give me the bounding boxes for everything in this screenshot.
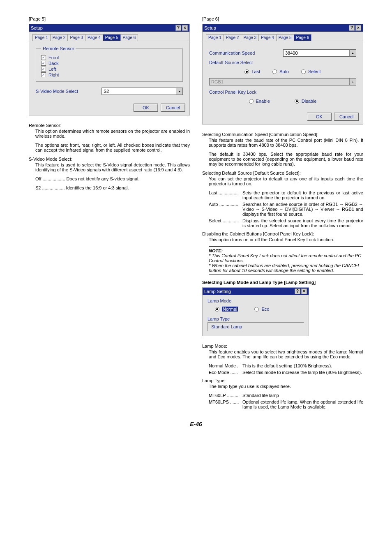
commspeed-label: Communication Speed — [209, 51, 283, 55]
def-desc: This is the default setting (100% Bright… — [242, 363, 363, 368]
def-desc: Searches for an active source in order o… — [242, 202, 363, 217]
para: This feature enables you to select two b… — [209, 349, 363, 359]
heading-defsrc: Selecting Default Source [Default Source… — [202, 171, 363, 175]
tab-page6[interactable]: Page 6 — [120, 34, 138, 41]
tab-page3[interactable]: Page 3 — [241, 34, 259, 41]
dialog-title: Setup — [204, 25, 216, 30]
page5-label: [Page 5] — [29, 16, 190, 21]
source-select: RGB1 ▸ — [209, 78, 356, 85]
tab-page6[interactable]: Page 6 — [294, 34, 312, 41]
defsrc-label: Default Source Select — [209, 60, 356, 65]
para: The options are: front, rear, right, or … — [35, 143, 190, 152]
tabs: Page 1 Page 2 Page 3 Page 4 Page 5 Page … — [29, 32, 189, 41]
note-title: NOTE: — [209, 248, 363, 253]
def-term: MT60LPS ....... — [209, 399, 242, 409]
note-line: * When the cabinet buttons are disabled,… — [209, 263, 363, 273]
cancel-button[interactable]: Cancel — [161, 104, 185, 112]
setup-page5-dialog: Setup ? × Page 1 Page 2 Page 3 Page 4 Pa… — [29, 24, 190, 115]
close-icon[interactable]: × — [182, 25, 188, 31]
tab-page3[interactable]: Page 3 — [67, 34, 85, 41]
para: This option determines which remote sens… — [35, 129, 190, 138]
def-s2: S2 .................. Identifies the 16:… — [35, 185, 190, 190]
radio-enable[interactable] — [249, 99, 254, 104]
para: The lamp type you use is displayed here. — [209, 384, 363, 389]
checkbox-front[interactable]: ✓ — [41, 55, 46, 60]
commspeed-select[interactable]: 38400 ▸ — [283, 49, 356, 57]
tab-page4[interactable]: Page 4 — [85, 34, 103, 41]
titlebar: Setup ? × — [29, 24, 189, 32]
remote-sensor-fieldset: Remote Sensor ✓Front ✓Back ✓Left ✓Right — [36, 46, 183, 82]
panel-lock-label: Control Panel Key Lock — [209, 90, 356, 95]
lampmode-label: Lamp Mode — [208, 298, 304, 303]
lamp-setting-dialog: Lamp Setting ? × Lamp Mode Normal Eco La… — [202, 287, 309, 336]
ok-button[interactable]: OK — [307, 113, 332, 121]
checkbox-back-label: Back — [48, 61, 58, 66]
page-number: E-46 — [29, 421, 363, 427]
def-off: Off .................. Does not identify… — [35, 176, 190, 181]
svideo-select[interactable]: S2 ▸ — [101, 88, 183, 95]
help-icon[interactable]: ? — [295, 289, 300, 294]
checkbox-left[interactable]: ✓ — [41, 67, 46, 72]
tabs: Page 1 Page 2 Page 3 Page 4 Page 5 Page … — [203, 32, 363, 41]
fieldset-legend: Remote Sensor — [41, 46, 76, 51]
close-icon[interactable]: × — [355, 25, 361, 31]
checkbox-back[interactable]: ✓ — [41, 61, 46, 66]
heading-lamptype: Lamp Type: — [202, 378, 363, 383]
svideo-value: S2 — [104, 89, 109, 94]
def-term: Last ................ — [209, 190, 242, 200]
chevron-down-icon: ▸ — [349, 78, 356, 85]
para: This feature is used to select the S-Vid… — [35, 162, 190, 172]
tab-page5[interactable]: Page 5 — [103, 34, 121, 41]
note-block: NOTE: * This Control Panel Key Lock does… — [209, 246, 363, 275]
radio-select[interactable] — [301, 69, 306, 74]
dialog-title: Lamp Setting — [204, 289, 231, 294]
close-icon[interactable]: × — [301, 289, 307, 294]
source-value: RGB1 — [211, 79, 224, 84]
radio-select-label: Select — [308, 69, 321, 74]
checkbox-right[interactable]: ✓ — [41, 72, 46, 77]
cancel-button[interactable]: Cancel — [334, 113, 359, 121]
def-term: Auto ............... — [209, 202, 242, 217]
radio-auto[interactable] — [272, 69, 277, 74]
checkbox-front-label: Front — [48, 55, 59, 60]
lamptype-label: Lamp Type — [208, 316, 304, 321]
radio-normal[interactable] — [215, 307, 219, 312]
tab-page4[interactable]: Page 4 — [258, 34, 277, 41]
def-term: Eco Mode ...... — [209, 370, 242, 375]
para: The default is 38400 bps. Select the app… — [209, 152, 363, 166]
heading-lampmode: Lamp Mode: — [202, 344, 363, 349]
tab-page2[interactable]: Page 2 — [224, 34, 242, 41]
tab-page5[interactable]: Page 5 — [276, 34, 294, 41]
para: This option turns on or off the Control … — [209, 237, 363, 242]
tab-page1[interactable]: Page 1 — [206, 34, 224, 41]
note-line: * This Control Panel Key Lock does not a… — [209, 253, 363, 263]
heading-svideo: S-Video Mode Select: — [29, 157, 190, 162]
para: You can set the projector to default to … — [209, 176, 363, 186]
radio-last[interactable] — [244, 69, 249, 74]
checkbox-right-label: Right — [48, 72, 59, 77]
radio-disable-label: Disable — [302, 99, 317, 104]
help-icon[interactable]: ? — [175, 25, 181, 31]
def-desc: Standard life lamp — [242, 393, 363, 398]
radio-disable[interactable] — [295, 99, 299, 104]
help-icon[interactable]: ? — [349, 25, 355, 31]
tab-page1[interactable]: Page 1 — [32, 34, 51, 41]
radio-eco[interactable] — [254, 307, 259, 312]
radio-auto-label: Auto — [279, 69, 289, 74]
heading-remote-sensor: Remote Sensor: — [29, 123, 190, 128]
ok-button[interactable]: OK — [134, 104, 158, 112]
def-term: MT60LP ......... — [209, 393, 242, 398]
lamptype-value: Standard Lamp — [208, 322, 304, 331]
radio-enable-label: Enable — [256, 99, 270, 104]
radio-normal-label: Normal — [222, 307, 238, 312]
def-desc: Optional extended life lamp. When the op… — [242, 399, 363, 409]
def-desc: Displays the selected source input every… — [242, 218, 363, 228]
def-desc: Sets the projector to default to the pre… — [242, 190, 363, 200]
titlebar: Setup ? × — [203, 24, 363, 32]
svideo-label: S-Video Mode Select — [36, 89, 101, 94]
chevron-down-icon: ▸ — [176, 88, 182, 95]
tab-page2[interactable]: Page 2 — [50, 34, 68, 41]
titlebar: Lamp Setting ? × — [203, 288, 309, 295]
heading-commspeed: Selecting Communication Speed [Communica… — [202, 132, 363, 137]
def-term: Normal Mode . — [209, 363, 242, 368]
